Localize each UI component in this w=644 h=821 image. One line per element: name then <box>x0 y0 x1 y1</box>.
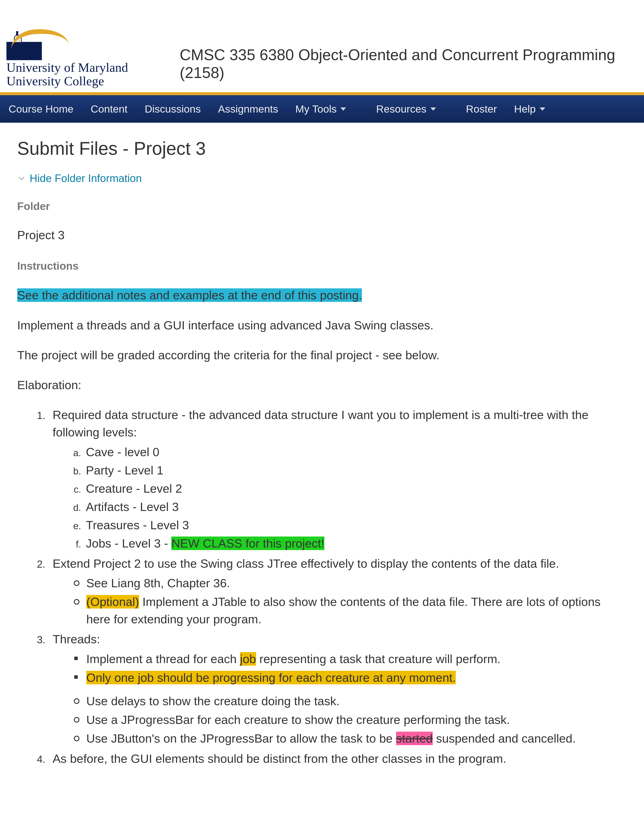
nav-assignments[interactable]: Assignments <box>209 95 287 123</box>
list-item: Use a JProgressBar for each creature to … <box>84 711 627 729</box>
header-divider <box>0 92 644 95</box>
instructions-label: Instructions <box>17 258 627 274</box>
nav-label: My Tools <box>295 101 337 117</box>
instructions-paragraph: The project will be graded according the… <box>17 346 627 364</box>
nav-discussions[interactable]: Discussions <box>136 95 209 123</box>
nav-my-tools[interactable]: My Tools <box>287 95 368 123</box>
sub-list: Implement a thread for each job represen… <box>52 650 627 686</box>
levels-list: Cave - level 0 Party - Level 1 Creature … <box>52 443 627 552</box>
list-item: Treasures - Level 3 <box>84 516 627 534</box>
page-title: Submit Files - Project 3 <box>17 135 627 161</box>
list-text: Jobs - Level 3 - <box>86 537 171 550</box>
nav-label: Discussions <box>145 101 201 117</box>
list-item: Creature - Level 2 <box>84 480 627 497</box>
list-text: Implement a thread for each <box>86 652 240 666</box>
list-item: Only one job should be progressing for e… <box>84 669 627 686</box>
list-text: suspended and cancelled. <box>433 732 576 745</box>
chevron-down-icon <box>540 108 545 111</box>
logo-text-line2: University College <box>6 74 165 88</box>
chevron-down-icon <box>431 108 436 111</box>
nav-label: Content <box>90 101 127 117</box>
list-text: Implement a JTable to also show the cont… <box>86 595 601 626</box>
logo-emblem-icon <box>6 38 42 59</box>
highlighted-text: NEW CLASS for this project! <box>171 537 324 550</box>
list-text: representing a task that creature will p… <box>256 652 501 666</box>
page-header: University of Maryland University Colleg… <box>0 30 644 92</box>
list-item: Party - Level 1 <box>84 461 627 479</box>
nav-course-home[interactable]: Course Home <box>0 95 82 123</box>
course-title: CMSC 335 6380 Object-Oriented and Concur… <box>165 42 638 81</box>
list-text: Required data structure - the advanced d… <box>52 408 589 439</box>
institution-logo[interactable]: University of Maryland University Colleg… <box>6 35 165 88</box>
nav-label: Resources <box>376 101 426 117</box>
folder-name: Project 3 <box>17 227 627 243</box>
list-item: Jobs - Level 3 - NEW CLASS for this proj… <box>84 535 627 552</box>
elaboration-list: Required data structure - the advanced d… <box>17 406 627 767</box>
list-item: Threads: Implement a thread for each job… <box>48 630 627 747</box>
list-item: Implement a thread for each job represen… <box>84 650 627 667</box>
chevron-down-icon <box>17 174 26 183</box>
list-text: Extend Project 2 to use the Swing class … <box>52 557 559 570</box>
sub-list: See Liang 8th, Chapter 36. (Optional) Im… <box>52 574 627 628</box>
highlighted-text: See the additional notes and examples at… <box>17 288 362 302</box>
list-item: Required data structure - the advanced d… <box>48 406 627 552</box>
strikethrough-text: started <box>396 732 433 745</box>
instructions-paragraph: Implement a threads and a GUI interface … <box>17 317 627 334</box>
nav-label: Help <box>514 101 536 117</box>
nav-roster[interactable]: Roster <box>457 95 506 123</box>
list-item: (Optional) Implement a JTable to also sh… <box>84 593 627 628</box>
toggle-folder-info[interactable]: Hide Folder Information <box>17 171 627 186</box>
list-item: Cave - level 0 <box>84 443 627 461</box>
content-area: Submit Files - Project 3 Hide Folder Inf… <box>0 123 644 796</box>
chevron-down-icon <box>340 108 346 111</box>
list-text: Use JButton's on the JProgressBar to all… <box>86 732 396 745</box>
nav-label: Roster <box>466 101 497 117</box>
nav-help[interactable]: Help <box>506 95 554 123</box>
highlighted-text: (Optional) <box>86 595 139 609</box>
highlighted-text: Only one job should be progressing for e… <box>86 671 456 684</box>
list-item: See Liang 8th, Chapter 36. <box>84 574 627 592</box>
list-item: As before, the GUI elements should be di… <box>48 750 627 767</box>
logo-text-line1: University of Maryland <box>6 61 165 74</box>
folder-label: Folder <box>17 199 627 214</box>
main-nav: Course Home Content Discussions Assignme… <box>0 95 644 123</box>
instructions-paragraph: Elaboration: <box>17 376 627 394</box>
nav-resources[interactable]: Resources <box>368 95 457 123</box>
list-item: Use JButton's on the JProgressBar to all… <box>84 730 627 747</box>
nav-label: Course Home <box>9 101 74 117</box>
highlighted-text: job <box>240 652 256 666</box>
sub-list: Use delays to show the creature doing th… <box>52 692 627 747</box>
instructions-body: See the additional notes and examples at… <box>17 286 627 767</box>
list-item: Extend Project 2 to use the Swing class … <box>48 555 627 628</box>
instructions-intro: See the additional notes and examples at… <box>17 286 627 304</box>
nav-label: Assignments <box>218 101 278 117</box>
list-text: Threads: <box>52 632 100 646</box>
nav-content[interactable]: Content <box>82 95 136 123</box>
toggle-label: Hide Folder Information <box>30 171 142 186</box>
list-item: Artifacts - Level 3 <box>84 498 627 515</box>
list-item: Use delays to show the creature doing th… <box>84 692 627 710</box>
